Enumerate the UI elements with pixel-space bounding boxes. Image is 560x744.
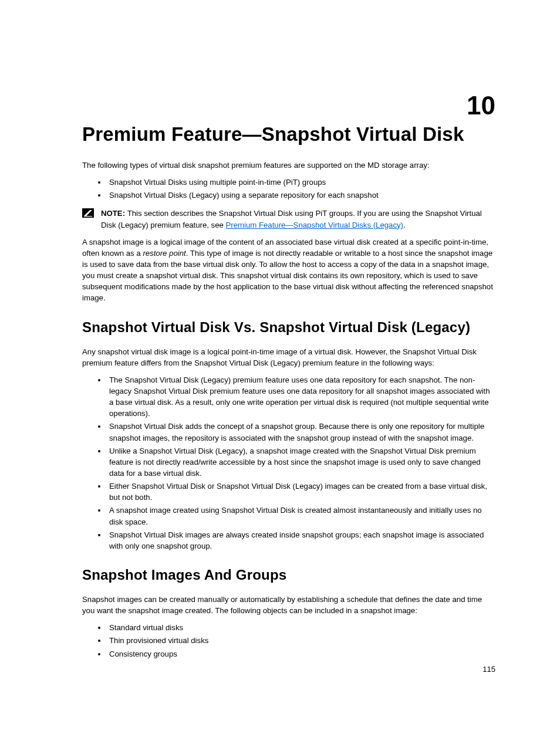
note-text: NOTE: This section describes the Snapsho…	[101, 208, 495, 230]
note-link[interactable]: Premium Feature—Snapshot Virtual Disks (…	[226, 221, 403, 229]
chapter-number: 10	[467, 91, 495, 120]
section-heading-comparison: Snapshot Virtual Disk Vs. Snapshot Virtu…	[82, 319, 495, 336]
list-item: Standard virtual disks	[107, 622, 495, 633]
intro-paragraph: The following types of virtual disk snap…	[82, 160, 495, 171]
note-label: NOTE:	[101, 209, 127, 218]
svg-rect-2	[84, 216, 92, 217]
section2-paragraph: Snapshot images can be created manually …	[82, 594, 495, 616]
section1-bullet-list: The Snapshot Virtual Disk (Legacy) premi…	[82, 374, 495, 552]
page-number: 115	[483, 665, 495, 674]
body-paragraph: A snapshot image is a logical image of t…	[82, 236, 495, 304]
list-item: Snapshot Virtual Disks using multiple po…	[107, 177, 495, 188]
list-item: Consistency groups	[107, 648, 495, 660]
list-item: Snapshot Virtual Disk images are always …	[107, 529, 495, 552]
intro-bullet-list: Snapshot Virtual Disks using multiple po…	[82, 177, 495, 201]
note-block: NOTE: This section describes the Snapsho…	[82, 208, 495, 230]
note-body-post: .	[403, 221, 406, 229]
list-item: Snapshot Virtual Disk adds the concept o…	[107, 421, 495, 443]
page-title: Premium Feature—Snapshot Virtual Disk	[82, 123, 495, 146]
para-italic: restore point	[143, 249, 185, 258]
list-item: Thin provisioned virtual disks	[107, 635, 495, 646]
section-heading-images-groups: Snapshot Images And Groups	[82, 567, 495, 583]
note-icon	[82, 208, 94, 218]
list-item: Either Snapshot Virtual Disk or Snapshot…	[107, 481, 495, 503]
list-item: The Snapshot Virtual Disk (Legacy) premi…	[107, 374, 495, 420]
list-item: Snapshot Virtual Disks (Legacy) using a …	[107, 190, 495, 201]
list-item: A snapshot image created using Snapshot …	[107, 505, 495, 527]
section1-paragraph: Any snapshot virtual disk image is a log…	[82, 346, 495, 368]
list-item: Unlike a Snapshot Virtual Disk (Legacy),…	[107, 445, 495, 479]
section2-bullet-list: Standard virtual disks Thin provisioned …	[82, 622, 495, 659]
document-page: 10 Premium Feature—Snapshot Virtual Disk…	[0, 0, 560, 744]
